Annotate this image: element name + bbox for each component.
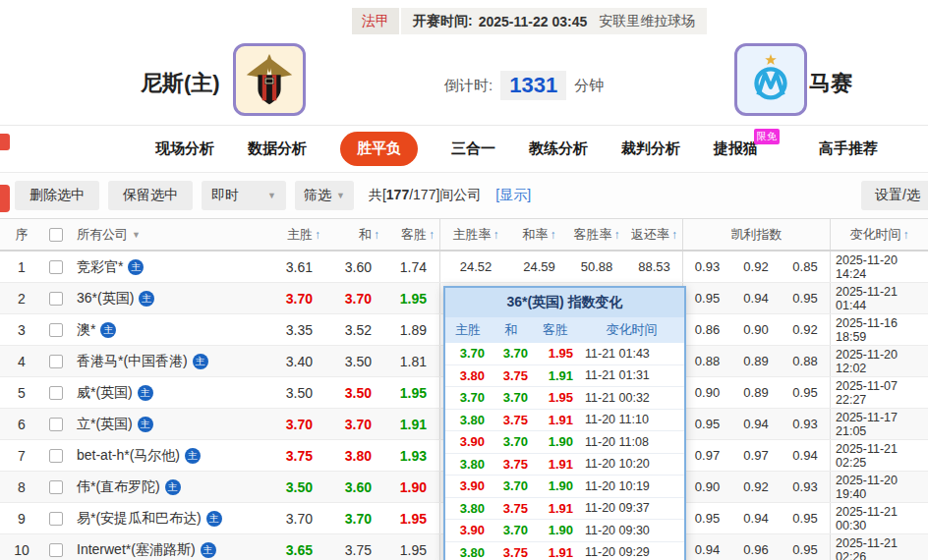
keep-selected-button[interactable]: 保留选中 bbox=[108, 181, 193, 210]
row-index: 9 bbox=[0, 503, 43, 533]
row-checkbox[interactable] bbox=[49, 418, 63, 431]
col-change-time[interactable]: 变化时间↑ bbox=[830, 219, 928, 250]
company-name[interactable]: 易*(安提瓜和巴布达)主 bbox=[69, 503, 277, 533]
draw-odds[interactable]: 3.70 bbox=[326, 503, 385, 533]
kelly-away: 0.92 bbox=[781, 314, 830, 345]
change-time: 2025-11-21 01:44 bbox=[830, 283, 928, 313]
tab-label: 教练分析 bbox=[529, 140, 588, 156]
away-odds[interactable]: 1.74 bbox=[385, 252, 439, 282]
away-rate: 50.88 bbox=[567, 252, 626, 282]
draw-odds[interactable]: 3.50 bbox=[326, 346, 385, 376]
company-count-shown: 177 bbox=[386, 187, 409, 202]
draw-odds[interactable]: 3.80 bbox=[326, 440, 385, 471]
tab-jiebao-cat[interactable]: 捷报猫限免 bbox=[714, 140, 758, 158]
home-rate: 24.52 bbox=[439, 252, 511, 282]
row-checkbox[interactable] bbox=[49, 355, 63, 368]
time-mode-select[interactable]: 即时 ▼ bbox=[202, 181, 286, 210]
tab-coach-analysis[interactable]: 教练分析 bbox=[529, 140, 588, 158]
row-checkbox[interactable] bbox=[49, 512, 63, 526]
row-checkbox[interactable] bbox=[49, 480, 63, 494]
col-draw-rate[interactable]: 和率↑ bbox=[511, 219, 567, 250]
popup-col-time: 变化时间 bbox=[579, 317, 684, 343]
draw-odds[interactable]: 3.70 bbox=[326, 409, 385, 439]
popup-draw-odds: 3.70 bbox=[491, 343, 532, 364]
tab-win-draw-loss[interactable]: 胜平负 bbox=[340, 132, 418, 166]
tab-data-analysis[interactable]: 数据分析 bbox=[248, 140, 307, 158]
home-odds[interactable]: 3.50 bbox=[277, 472, 326, 502]
company-name[interactable]: 威*(英国)主 bbox=[69, 377, 277, 408]
header-checkbox[interactable] bbox=[49, 228, 63, 242]
company-name[interactable]: bet-at-h*(马尔他)主 bbox=[69, 440, 277, 471]
away-odds[interactable]: 1.93 bbox=[385, 440, 439, 471]
popup-row: 3.803.751.9111-21 01:31 bbox=[445, 365, 684, 388]
row-checkbox[interactable] bbox=[49, 323, 63, 337]
away-odds[interactable]: 1.89 bbox=[385, 314, 439, 345]
sort-asc-icon: ↑ bbox=[493, 228, 499, 242]
home-odds[interactable]: 3.40 bbox=[277, 346, 326, 376]
away-odds[interactable]: 1.90 bbox=[385, 472, 439, 502]
tab-three-in-one[interactable]: 三合一 bbox=[451, 140, 495, 158]
company-name[interactable]: 36*(英国)主 bbox=[69, 283, 277, 313]
nice-crest-icon bbox=[241, 51, 298, 108]
home-odds[interactable]: 3.50 bbox=[277, 377, 326, 408]
row-checkbox[interactable] bbox=[49, 292, 63, 306]
company-name[interactable]: 立*(英国)主 bbox=[69, 409, 277, 439]
col-home-rate[interactable]: 主胜率↑ bbox=[439, 219, 511, 250]
home-odds[interactable]: 3.70 bbox=[277, 409, 326, 439]
col-payout-rate[interactable]: 返还率↑ bbox=[626, 219, 682, 250]
company-name[interactable]: Interwet*(塞浦路斯)主 bbox=[69, 534, 277, 560]
away-odds[interactable]: 1.95 bbox=[385, 534, 439, 560]
home-odds[interactable]: 3.70 bbox=[277, 503, 326, 533]
left-edge-widget[interactable] bbox=[0, 134, 10, 150]
draw-odds[interactable]: 3.50 bbox=[326, 377, 385, 408]
company-name[interactable]: 伟*(直布罗陀)主 bbox=[69, 472, 277, 502]
popup-change-time: 11-20 09:30 bbox=[579, 520, 684, 541]
home-odds[interactable]: 3.61 bbox=[277, 252, 326, 282]
kickoff-info: 开赛时间: 2025-11-22 03:45 安联里维拉球场 bbox=[401, 8, 707, 34]
col-kelly-index: 凯利指数 bbox=[682, 219, 830, 250]
tab-referee-analysis[interactable]: 裁判分析 bbox=[621, 140, 680, 158]
popup-away-odds: 1.91 bbox=[532, 454, 579, 476]
away-odds[interactable]: 1.95 bbox=[385, 377, 439, 408]
col-away-odds[interactable]: 客胜↑ bbox=[385, 219, 439, 250]
home-odds[interactable]: 3.65 bbox=[277, 534, 326, 560]
col-draw-odds[interactable]: 和↑ bbox=[326, 219, 385, 250]
row-checkbox[interactable] bbox=[49, 543, 63, 557]
row-checkbox[interactable] bbox=[49, 260, 63, 274]
company-name[interactable]: 竞彩官*主 bbox=[69, 252, 277, 282]
home-main-badge: 主 bbox=[128, 259, 144, 275]
company-name[interactable]: 澳*主 bbox=[69, 314, 277, 345]
col-away-rate[interactable]: 客胜率↑ bbox=[567, 219, 626, 250]
delete-selected-button[interactable]: 删除选中 bbox=[15, 181, 99, 210]
draw-odds[interactable]: 3.60 bbox=[326, 252, 385, 282]
away-odds[interactable]: 1.95 bbox=[385, 283, 439, 313]
tab-expert-picks[interactable]: 高手推荐 bbox=[819, 140, 878, 158]
row-checkbox[interactable] bbox=[49, 449, 63, 463]
draw-odds[interactable]: 3.75 bbox=[326, 534, 385, 560]
draw-odds[interactable]: 3.52 bbox=[326, 314, 385, 345]
popup-col-home: 主胜 bbox=[445, 317, 491, 343]
left-edge-widget[interactable] bbox=[0, 185, 10, 212]
away-odds[interactable]: 1.81 bbox=[385, 346, 439, 376]
popup-draw-odds: 3.70 bbox=[491, 476, 532, 497]
home-odds[interactable]: 3.75 bbox=[277, 440, 326, 471]
popup-draw-odds: 3.75 bbox=[491, 454, 532, 476]
chevron-down-icon: ▼ bbox=[132, 230, 141, 240]
settings-button[interactable]: 设置/选 bbox=[861, 181, 928, 210]
home-odds[interactable]: 3.70 bbox=[277, 283, 326, 313]
col-home-odds[interactable]: 主胜↑ bbox=[277, 219, 326, 250]
filter-select[interactable]: 筛选 ▼ bbox=[295, 181, 354, 210]
away-odds[interactable]: 1.95 bbox=[385, 503, 439, 533]
row-checkbox[interactable] bbox=[49, 386, 63, 400]
popup-row: 3.803.751.9111-20 11:10 bbox=[445, 410, 684, 432]
draw-odds[interactable]: 3.70 bbox=[326, 283, 385, 313]
popup-row: 3.703.701.9511-21 01:43 bbox=[445, 343, 684, 365]
col-company[interactable]: 所有公司▼ bbox=[69, 219, 277, 250]
show-link[interactable]: [显示] bbox=[495, 187, 531, 204]
company-name[interactable]: 香港马*(中国香港)主 bbox=[69, 346, 277, 376]
time-mode-value: 即时 bbox=[211, 187, 239, 204]
draw-odds[interactable]: 3.60 bbox=[326, 472, 385, 502]
home-odds[interactable]: 3.35 bbox=[277, 314, 326, 345]
tab-live-analysis[interactable]: 现场分析 bbox=[155, 140, 214, 158]
away-odds[interactable]: 1.91 bbox=[385, 409, 439, 439]
